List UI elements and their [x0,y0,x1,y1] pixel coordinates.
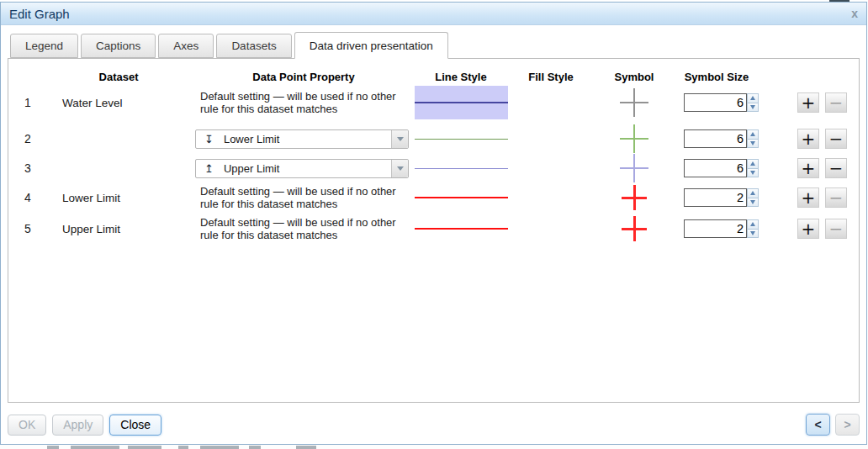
close-button[interactable]: Close [109,415,161,436]
symbol-preview-cross-icon[interactable] [620,88,648,117]
data-driven-presentation-panel: Dataset Data Point Property Line Style F… [8,58,860,403]
row-number: 2 [12,132,44,145]
remove-rule-button[interactable]: − [825,219,847,239]
spinner-down-button[interactable] [747,139,759,149]
apply-button[interactable]: Apply [52,415,103,436]
header-line-style: Line Style [414,71,508,83]
background-page-sliver [0,445,868,449]
dialog-titlebar: Edit Graph x [1,3,866,25]
next-page-button[interactable]: > [835,414,860,436]
data-point-property-dropdown[interactable]: ↥ Upper Limit [195,159,409,178]
edit-graph-dialog: Edit Graph x Legend Captions Axes Datase… [0,2,867,445]
dataset-name: Water Level [44,97,193,109]
table-header-row: Dataset Data Point Property Line Style F… [12,71,859,83]
symbol-preview-cross-icon[interactable] [620,154,648,182]
symbol-size-spinner [684,159,759,177]
prev-page-button[interactable]: < [806,414,830,436]
table-row: 5 Upper Limit Default setting — will be … [12,212,859,243]
background-mark [71,446,119,449]
symbol-preview-cross-icon[interactable] [622,216,647,241]
header-dataset: Dataset [44,71,193,83]
tab-datasets[interactable]: Datasets [216,34,291,58]
row-number: 1 [12,96,44,109]
spinner-down-button[interactable] [747,229,759,239]
line-style-swatch[interactable] [415,151,508,185]
symbol-size-input[interactable] [684,188,747,207]
upper-limit-icon: ↥ [204,162,214,175]
symbol-size-input[interactable] [684,159,747,177]
add-rule-button[interactable]: + [797,92,819,113]
background-mark [128,446,161,449]
symbol-size-spinner [684,219,759,238]
symbol-size-input[interactable] [684,93,747,112]
dialog-content: Legend Captions Axes Datasets Data drive… [1,25,866,444]
row-number: 4 [12,191,44,204]
chevron-down-icon [750,171,755,175]
header-fill-style: Fill Style [508,71,594,83]
chevron-up-icon [750,132,755,136]
header-symbol-size: Symbol Size [675,71,759,83]
table-row: 3 ↥ Upper Limit [12,151,859,181]
symbol-size-input[interactable] [684,129,747,148]
chevron-down-icon [750,141,755,145]
remove-rule-button[interactable]: − [825,188,847,208]
dialog-title: Edit Graph [9,7,70,21]
tab-data-driven-presentation[interactable]: Data driven presentation [294,32,448,59]
symbol-size-input[interactable] [684,219,747,238]
spinner-down-button[interactable] [747,103,759,113]
line-style-swatch[interactable] [415,86,508,119]
line-style-swatch[interactable] [415,122,508,156]
dropdown-selected-value: Lower Limit [224,133,279,145]
line-style-swatch[interactable] [415,212,508,246]
default-setting-text: Default setting — will be used if no oth… [193,185,414,211]
data-point-property-dropdown[interactable]: ↧ Lower Limit [195,129,409,149]
line-style-swatch[interactable] [415,181,508,214]
add-rule-button[interactable]: + [797,219,819,239]
chevron-down-icon [750,231,755,235]
tab-bar: Legend Captions Axes Datasets Data drive… [10,32,860,58]
lower-limit-icon: ↧ [204,133,214,145]
add-rule-button[interactable]: + [797,129,819,149]
symbol-size-spinner [684,129,759,148]
table-row: 1 Water Level Default setting — will be … [12,83,859,122]
tab-captions[interactable]: Captions [81,34,156,58]
chevron-down-icon [397,166,404,171]
background-mark [296,446,316,449]
add-rule-button[interactable]: + [797,158,819,178]
dropdown-open-button[interactable] [391,130,408,148]
symbol-preview-cross-icon[interactable] [622,185,647,210]
chevron-down-icon [750,200,755,204]
spinner-down-button[interactable] [747,168,759,178]
background-mark [249,446,261,449]
chevron-up-icon [750,222,755,226]
chevron-down-icon [397,137,404,141]
chevron-up-icon [750,191,755,195]
header-data-point-property: Data Point Property [193,71,414,83]
dropdown-open-button[interactable] [391,160,408,177]
remove-rule-button[interactable]: − [825,92,847,113]
table-row: 2 ↧ Lower Limit [12,122,859,151]
remove-rule-button[interactable]: − [825,158,847,178]
symbol-preview-cross-icon[interactable] [620,124,648,153]
line-sample [415,139,508,140]
header-symbol: Symbol [594,71,675,83]
line-sample [415,197,508,198]
dataset-name: Upper Limit [44,223,193,235]
dialog-footer: OK Apply Close < > [8,414,860,436]
tab-legend[interactable]: Legend [10,34,78,58]
symbol-size-spinner [684,93,759,112]
ok-button[interactable]: OK [8,415,46,436]
line-sample [415,228,508,230]
dataset-name: Lower Limit [44,192,193,204]
spinner-down-button[interactable] [747,198,759,208]
add-rule-button[interactable]: + [797,188,819,208]
line-sample [415,168,508,169]
remove-rule-button[interactable]: − [825,129,847,149]
tab-axes[interactable]: Axes [158,34,214,58]
symbol-size-spinner [684,188,759,207]
default-setting-text: Default setting — will be used if no oth… [193,90,414,116]
close-icon[interactable]: x [851,8,858,19]
row-number: 3 [12,161,44,175]
background-mark [200,446,239,449]
background-mark [47,446,59,449]
